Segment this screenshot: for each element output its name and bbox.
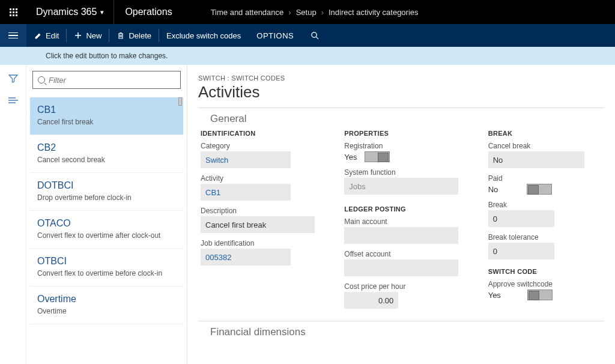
cancel-break-field[interactable]: No <box>488 151 584 168</box>
field-label: Main account <box>344 217 460 226</box>
new-button[interactable]: New <box>67 24 109 47</box>
system-function-field: Jobs <box>344 178 458 195</box>
properties-column: PROPERTIES Registration Yes System funct… <box>344 130 460 315</box>
field-label: Registration <box>344 142 460 150</box>
edit-button[interactable]: Edit <box>26 24 66 47</box>
breadcrumb-item[interactable]: Time and attendance <box>211 8 284 17</box>
app-launcher-icon[interactable] <box>0 0 26 24</box>
breadcrumb: Time and attendance › Setup › Indirect a… <box>201 0 428 24</box>
break-column: BREAK Cancel break No Paid No Break 0 <box>488 130 604 315</box>
list-item-code: CB2 <box>37 142 176 153</box>
cost-price-field[interactable]: 0.00 <box>344 292 398 309</box>
field-label: Break <box>488 201 604 209</box>
left-rail <box>0 65 26 364</box>
list-item-code: OTBCI <box>37 256 176 267</box>
main-content: CB1 Cancel first break CB2 Cancel second… <box>0 65 615 364</box>
list-item-desc: Cancel first break <box>37 118 176 126</box>
page-title: Activities <box>198 83 604 102</box>
module-label[interactable]: Operations <box>114 0 183 24</box>
list-item-desc: Cancel second break <box>37 156 176 164</box>
list-item[interactable]: OTACO Convert flex to overtime after clo… <box>30 211 183 249</box>
list-item[interactable]: Overtime Overtime <box>30 287 183 324</box>
plus-icon <box>74 31 82 40</box>
field-label: Activity <box>201 174 317 183</box>
description-field[interactable]: Cancel first break <box>201 216 315 233</box>
registration-value: Yes <box>344 153 357 162</box>
field-label: Cancel break <box>488 142 604 150</box>
filter-field[interactable] <box>49 76 175 85</box>
breadcrumb-item[interactable]: Setup <box>296 8 317 17</box>
approve-switchcode-toggle[interactable] <box>527 290 553 300</box>
brand-dropdown[interactable]: Dynamics 365 ▾ <box>26 0 114 24</box>
section-header[interactable]: General <box>210 113 604 125</box>
activity-field[interactable]: CB1 <box>201 184 291 201</box>
field-label: Paid <box>488 174 604 183</box>
list-item-code: OTACO <box>37 218 176 229</box>
divider <box>198 321 604 321</box>
group-label: SWITCH CODE <box>488 268 604 275</box>
field-label: System function <box>344 168 460 177</box>
trash-icon <box>117 31 125 40</box>
field-label: Job identification <box>201 239 317 247</box>
message-bar: Click the edit button to make changes. <box>0 47 615 65</box>
scrollbar-thumb[interactable] <box>178 97 182 106</box>
field-label: Description <box>201 207 317 215</box>
top-bar: Dynamics 365 ▾ Operations Time and atten… <box>0 0 615 24</box>
list-item-code: DOTBCI <box>37 180 176 191</box>
field-label: Approve switchcode <box>488 280 604 288</box>
field-label: Cost price per hour <box>344 282 460 291</box>
group-label: PROPERTIES <box>344 130 460 137</box>
related-info-icon[interactable] <box>8 95 19 106</box>
jobid-field[interactable]: 005382 <box>201 249 291 265</box>
approve-switchcode-value: Yes <box>488 291 501 300</box>
delete-button[interactable]: Delete <box>109 24 159 47</box>
list-item[interactable]: OTBCI Convert flex to overtime before cl… <box>30 249 183 287</box>
list-pane: CB1 Cancel first break CB2 Cancel second… <box>26 65 187 364</box>
nav-toggle-button[interactable] <box>0 24 26 47</box>
divider <box>198 108 604 108</box>
break-tolerance-field[interactable]: 0 <box>488 243 554 259</box>
list-item-desc: Overtime <box>37 307 176 315</box>
list-item[interactable]: CB1 Cancel first break <box>30 97 183 135</box>
section-header[interactable]: Financial dimensions <box>210 326 604 338</box>
filter-input[interactable] <box>32 71 181 89</box>
paid-value: No <box>488 185 498 194</box>
offset-account-field[interactable] <box>344 259 458 276</box>
list-item[interactable]: CB2 Cancel second break <box>30 135 183 173</box>
funnel-icon[interactable] <box>8 73 19 84</box>
list-item-desc: Convert flex to overtime before clock-in <box>37 269 176 278</box>
exclude-switch-codes-button[interactable]: Exclude switch codes <box>159 24 248 47</box>
field-label: Category <box>201 142 317 150</box>
page-overline: SWITCH : SWITCH CODES <box>198 74 604 82</box>
break-field[interactable]: 0 <box>488 210 554 227</box>
list-item-code: CB1 <box>37 105 176 115</box>
detail-pane: SWITCH : SWITCH CODES Activities General… <box>187 65 615 364</box>
message-text: Click the edit button to make changes. <box>46 52 168 60</box>
activity-list: CB1 Cancel first break CB2 Cancel second… <box>30 97 183 324</box>
pencil-icon <box>34 31 42 40</box>
svg-point-0 <box>312 32 317 37</box>
chevron-right-icon: › <box>288 8 291 17</box>
paid-toggle[interactable] <box>527 184 552 195</box>
brand-label: Dynamics 365 <box>36 7 97 17</box>
main-account-field[interactable] <box>344 227 458 244</box>
registration-toggle[interactable] <box>365 151 390 162</box>
search-button[interactable] <box>302 24 328 47</box>
list-item-desc: Drop overtime before clock-in <box>37 193 176 202</box>
group-label: BREAK <box>488 130 604 137</box>
breadcrumb-item[interactable]: Indirect activity categories <box>329 8 419 17</box>
chevron-right-icon: › <box>321 8 324 17</box>
group-label: IDENTIFICATION <box>201 130 317 137</box>
category-field[interactable]: Switch <box>201 151 291 168</box>
command-bar: Edit New Delete Exclude switch codes OPT… <box>0 24 615 47</box>
options-button[interactable]: OPTIONS <box>248 24 302 47</box>
search-icon <box>38 76 45 83</box>
list-item-code: Overtime <box>37 294 176 305</box>
field-label: Offset account <box>344 250 460 258</box>
list-item-desc: Convert flex to overtime after clock-out <box>37 231 176 240</box>
identification-column: IDENTIFICATION Category Switch Activity … <box>201 130 317 315</box>
chevron-down-icon: ▾ <box>100 8 104 16</box>
field-label: Break tolerance <box>488 233 604 241</box>
group-label: LEDGER POSTING <box>344 205 460 213</box>
list-item[interactable]: DOTBCI Drop overtime before clock-in <box>30 173 183 211</box>
